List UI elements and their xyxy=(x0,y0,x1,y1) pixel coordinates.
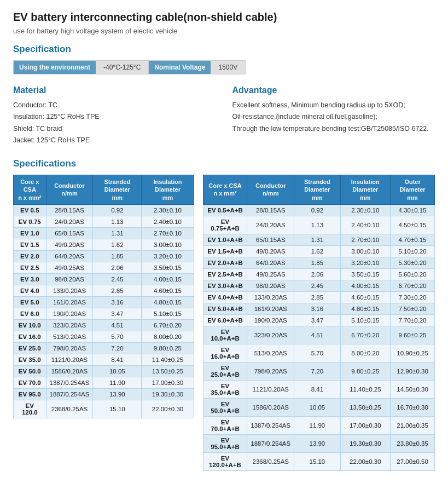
table-cell: 21.00±0.35 xyxy=(391,416,435,434)
table-cell: EV 0.75 xyxy=(14,216,46,227)
table-cell: 5.70 xyxy=(93,331,142,342)
table-cell: 4.00±0.15 xyxy=(340,280,391,291)
table-row: EV 25.0798/0.20AS7.209.80±0.25 xyxy=(14,342,194,354)
table-cell: 2368/0.25AS xyxy=(46,400,93,418)
table-row: EV 95.0+A+B1887/0.254AS13.9019.30±0.3023… xyxy=(203,434,434,452)
table-cell: 13.90 xyxy=(294,434,340,452)
table-cell: EV 120.0 xyxy=(14,400,46,418)
table-cell: EV 95.0+A+B xyxy=(203,434,247,452)
table-row: EV 35.01121/0.20AS8.4111.40±0.25 xyxy=(14,354,194,365)
table-cell: 133/0.20AS xyxy=(46,285,93,296)
table-cell: EV 5.0 xyxy=(14,296,46,308)
table-cell: 1586/0.20AS xyxy=(46,365,93,377)
table-cell: 3.20±0.10 xyxy=(340,257,391,268)
table-cell: 1.13 xyxy=(93,216,142,227)
material-line-1: Conductor: TC xyxy=(13,100,216,111)
table2-container: Core x CSAn x mm²Conductorn/mmStranded D… xyxy=(203,175,435,471)
table-cell: 49/0.20AS xyxy=(46,239,93,250)
table-row: EV 1.5+A+B49/0.20AS1.623.00±0.105.10±0.2… xyxy=(203,245,434,257)
table-row: EV 2.5+A+B49/0.25AS2.063.50±0.155.60±0.2… xyxy=(203,268,434,280)
table-cell: EV 2.5 xyxy=(14,262,46,273)
table1: Core x CSAn x mm²Conductorn/mmStranded D… xyxy=(13,175,194,418)
table-row: EV 2.064/0.20AS1.853.20±0.10 xyxy=(14,250,194,262)
table-row: EV 5.0+A+B161/0.20AS3.164.80±0.157.50±0.… xyxy=(203,303,434,314)
material-line-3: Shield: TC braid xyxy=(13,123,216,135)
table-cell: 1387/0.254AS xyxy=(46,377,93,388)
table-cell: 798/0.20AS xyxy=(247,362,294,380)
table-cell: 19.30±0.30 xyxy=(142,388,194,400)
table-cell: 17.00±0.30 xyxy=(340,416,391,434)
voltage-label: Nominal Voltage xyxy=(149,61,211,74)
table-cell: 5.70 xyxy=(294,344,340,362)
table-cell: 49/0.20AS xyxy=(247,245,294,257)
table-row: EV 1.549/0.20AS1.623.00±0.10 xyxy=(14,239,194,250)
table1-col-header: Stranded Diametermm xyxy=(93,175,142,205)
table-row: EV 3.098/0.20AS2.454.00±0.15 xyxy=(14,273,194,285)
table1-body: EV 0.528/0.15AS0.922.30±0.10EV 0.7524/0.… xyxy=(14,204,194,418)
table-cell: EV 120.0+A+B xyxy=(203,452,247,470)
env-label: Using the environment xyxy=(14,61,96,74)
table-cell: EV 35.0 xyxy=(14,354,46,365)
table-row: EV 2.549/0.25AS2.063.50±0.15 xyxy=(14,262,194,273)
table-cell: 64/0.20AS xyxy=(46,250,93,262)
table-cell: 4.60±0.15 xyxy=(340,291,391,303)
table-cell: 1.85 xyxy=(93,250,142,262)
table-cell: 1887/0.254AS xyxy=(46,388,93,400)
table-cell: EV 2.0+A+B xyxy=(203,257,247,268)
table-cell: EV 10.0 xyxy=(14,319,46,331)
table1-container: Core x CSAn x mm²Conductorn/mmStranded D… xyxy=(13,175,194,418)
table-cell: 3.47 xyxy=(294,314,340,326)
table-cell: 65/0.15AS xyxy=(46,227,93,239)
table-cell: 4.80±0.15 xyxy=(340,303,391,314)
table2-header: Core x CSAn x mm²Conductorn/mmStranded D… xyxy=(203,175,434,205)
table-cell: 2.85 xyxy=(294,291,340,303)
table-cell: 1586/0.20AS xyxy=(247,398,294,416)
table-cell: 6.70±0.20 xyxy=(340,326,391,344)
table-cell: 9.60±0.25 xyxy=(391,326,435,344)
table-cell: EV 70.0 xyxy=(14,377,46,388)
table-cell: 5.10±0.15 xyxy=(142,308,194,319)
table-cell: 2368/0.25AS xyxy=(247,452,294,470)
table-cell: EV 5.0+A+B xyxy=(203,303,247,314)
table-row: EV 5.0161/0.20AS3.164.80±0.15 xyxy=(14,296,194,308)
table-cell: EV 3.0+A+B xyxy=(203,280,247,291)
voltage-value: 1500V xyxy=(211,61,245,74)
table-cell: 28/0.15AS xyxy=(46,204,93,216)
table-cell: EV 25.0 xyxy=(14,342,46,354)
main-title: EV battery interconnecting cable(non-shi… xyxy=(13,11,435,24)
table-cell: 13.90 xyxy=(93,388,142,400)
table-cell: 1887/0.254AS xyxy=(247,434,294,452)
table-row: EV 0.5+A+B28/0.15AS0.922.30±0.104.30±0.1… xyxy=(203,204,434,216)
table-cell: 133/0.20AS xyxy=(247,291,294,303)
table-cell: 2.45 xyxy=(294,280,340,291)
table-cell: 15.10 xyxy=(93,400,142,418)
table-cell: 28/0.15AS xyxy=(247,204,294,216)
table-cell: 3.16 xyxy=(93,296,142,308)
table-cell: 27.00±0.50 xyxy=(391,452,435,470)
table-row: EV 6.0+A+B190/0.20AS3.475.10±0.157.70±0.… xyxy=(203,314,434,326)
table-cell: 4.70±0.15 xyxy=(391,234,435,245)
table-cell: 2.30±0.10 xyxy=(340,204,391,216)
table-row: EV 120.02368/0.25AS15.1022.00±0.30 xyxy=(14,400,194,418)
table-cell: 16.70±0.30 xyxy=(391,398,435,416)
table-cell: EV 2.0 xyxy=(14,250,46,262)
table-cell: 64/0.20AS xyxy=(247,257,294,268)
table2: Core x CSAn x mm²Conductorn/mmStranded D… xyxy=(203,175,435,471)
table-cell: 3.47 xyxy=(93,308,142,319)
table-row: EV 95.01887/0.254AS13.9019.30±0.30 xyxy=(14,388,194,400)
table-cell: 3.00±0.10 xyxy=(340,245,391,257)
table-cell: EV 2.5+A+B xyxy=(203,268,247,280)
table-cell: 7.20 xyxy=(294,362,340,380)
table-cell: 13.50±0.25 xyxy=(142,365,194,377)
table-cell: 10.05 xyxy=(294,398,340,416)
table-cell: 2.85 xyxy=(93,285,142,296)
table-cell: 323/0.20AS xyxy=(46,319,93,331)
table-cell: 4.80±0.15 xyxy=(142,296,194,308)
table-cell: 6.70±0.20 xyxy=(142,319,194,331)
table-cell: 513/0.20AS xyxy=(46,331,93,342)
table-cell: 19.30±0.30 xyxy=(340,434,391,452)
table-row: EV 120.0+A+B2368/0.25AS15.1022.00±0.3027… xyxy=(203,452,434,470)
table2-body: EV 0.5+A+B28/0.15AS0.922.30±0.104.30±0.1… xyxy=(203,204,434,470)
table-row: EV 70.01387/0.254AS11.9017.00±0.30 xyxy=(14,377,194,388)
table-cell: 7.70±0.20 xyxy=(391,314,435,326)
